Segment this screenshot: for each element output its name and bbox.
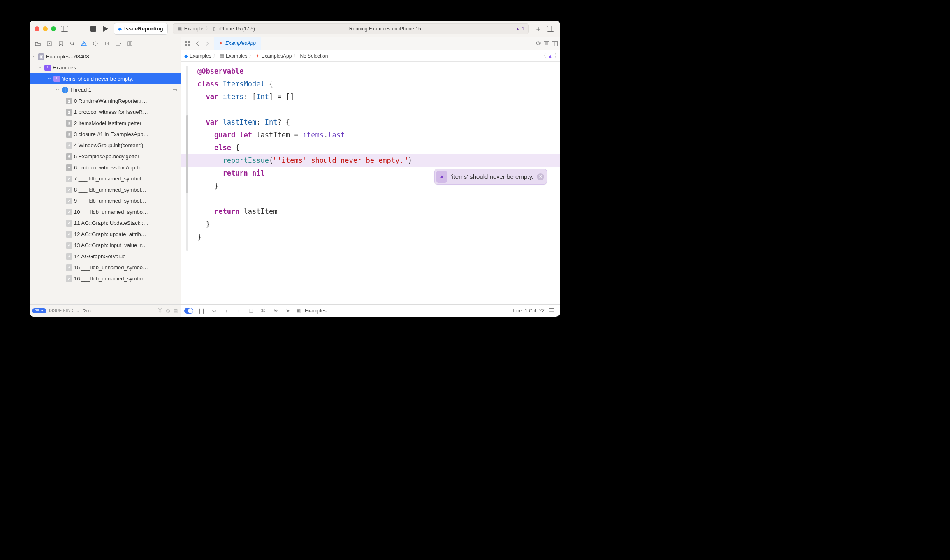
toggle-navigator-button[interactable]: [59, 23, 70, 34]
step-over-icon[interactable]: ⤻: [210, 308, 218, 314]
debug-target-label: Examples: [305, 308, 327, 314]
stack-frame-row[interactable]: 12 AG::Graph::update_attrib…: [30, 229, 181, 240]
inline-issue-text: 'items' should never be empty.: [451, 170, 533, 183]
report-navigator-icon[interactable]: [124, 39, 136, 49]
stack-frame-row[interactable]: 1 protocol witness for IssueR…: [30, 106, 181, 118]
stack-frame-row[interactable]: 15 ___lldb_unnamed_symbo…: [30, 262, 181, 273]
related-items-icon[interactable]: [183, 39, 192, 49]
zoom-window-button[interactable]: [51, 26, 56, 31]
recent-filter-icon[interactable]: ◷: [166, 308, 170, 314]
warning-count: 1: [521, 26, 524, 32]
project-navigator-icon[interactable]: [32, 39, 44, 49]
code-token: }: [197, 233, 202, 241]
prev-issue-icon[interactable]: 〈: [541, 52, 546, 59]
issue-navigator-icon[interactable]: [78, 39, 90, 49]
code-token: guard let: [197, 131, 256, 139]
thread-icon: ⎮: [62, 87, 68, 93]
code-token: items: [303, 131, 324, 139]
svg-rect-2: [90, 26, 96, 32]
editor-tab-bar: ✦ ExamplesApp ⟳: [181, 37, 560, 50]
toggle-inspector-button[interactable]: [545, 23, 556, 34]
cursor-position: Line: 1 Col: 22: [513, 308, 545, 314]
stack-frame-row[interactable]: 13 AG::Graph::input_value_r…: [30, 240, 181, 251]
memory-graph-icon[interactable]: ⌘: [259, 308, 267, 314]
group-row[interactable]: ﹀! Examples: [30, 62, 181, 73]
code-token: return nil: [197, 169, 265, 177]
editor-tab[interactable]: ✦ ExamplesApp: [214, 37, 261, 50]
forward-button[interactable]: [202, 39, 212, 49]
adjust-editor-icon[interactable]: [544, 41, 549, 46]
system-frame-icon: [66, 198, 72, 204]
warnings-indicator[interactable]: ▲ 1: [515, 26, 524, 32]
stack-frame-row[interactable]: 7 ___lldb_unnamed_symbol…: [30, 173, 181, 184]
group-label: Examples: [53, 65, 181, 71]
clear-filter-icon[interactable]: ⓧ: [158, 307, 162, 314]
stack-frame-label: 10 ___lldb_unnamed_symbo…: [74, 209, 181, 215]
svg-point-30: [68, 155, 70, 157]
source-control-navigator-icon[interactable]: [44, 39, 55, 49]
refresh-icon[interactable]: ⟳: [536, 39, 541, 47]
breakpoint-navigator-icon[interactable]: [113, 39, 124, 49]
toggle-debug-area-icon[interactable]: [549, 308, 557, 313]
step-into-icon[interactable]: ↓: [222, 308, 230, 314]
filter-menu-button[interactable]: ▾: [32, 308, 46, 313]
project-icon: ◆: [184, 53, 188, 59]
scope-filter-icon[interactable]: ▤: [173, 308, 178, 314]
stack-frame-row[interactable]: 10 ___lldb_unnamed_symbo…: [30, 206, 181, 218]
step-out-icon[interactable]: ↑: [234, 308, 243, 314]
find-navigator-icon[interactable]: [67, 39, 78, 49]
debug-navigator-icon[interactable]: [101, 39, 113, 49]
stack-frame-row[interactable]: 2 ItemsModel.lastItem.getter: [30, 118, 181, 129]
stack-frame-row[interactable]: 16 ___lldb_unnamed_symbo…: [30, 273, 181, 284]
close-icon[interactable]: ✕: [537, 173, 544, 180]
view-debug-icon[interactable]: ❏: [247, 308, 255, 314]
process-label: Examples - 68408: [46, 53, 181, 60]
stack-frame-row[interactable]: 8 ___lldb_unnamed_symbol…: [30, 184, 181, 195]
code-token: lastItem: [222, 118, 256, 126]
code-token: }: [197, 182, 218, 190]
stack-frame-row[interactable]: 6 protocol witness for App.b…: [30, 162, 181, 173]
stack-frame-label: 16 ___lldb_unnamed_symbo…: [74, 275, 181, 282]
next-issue-icon[interactable]: 〉: [554, 52, 559, 59]
thread-row[interactable]: ﹀⎮ Thread 1 ▭: [30, 84, 181, 95]
code-token: (: [269, 156, 273, 164]
pause-icon[interactable]: ❚❚: [197, 308, 206, 314]
status-text: Running Examples on iPhone 15: [349, 26, 421, 32]
add-editor-icon[interactable]: [552, 41, 558, 46]
thread-detail-icon[interactable]: ▭: [172, 87, 177, 93]
location-icon[interactable]: ➤: [284, 308, 292, 314]
stop-button[interactable]: [88, 23, 99, 34]
stack-frame-row[interactable]: 11 AG::Graph::UpdateStack::…: [30, 218, 181, 229]
user-frame-icon: [66, 120, 72, 127]
issue-row[interactable]: ﹀! 'items' should never be empty.: [30, 73, 181, 84]
stack-frame-row[interactable]: 9 ___lldb_unnamed_symbol…: [30, 195, 181, 206]
system-frame-icon: [66, 220, 72, 227]
env-overrides-icon[interactable]: ☀: [271, 308, 280, 314]
filter-input[interactable]: [82, 307, 155, 315]
user-frame-icon: [66, 109, 72, 116]
jump-bar[interactable]: ◆ Examples〉 ▤ Examples〉 ✦ ExamplesApp〉 N…: [181, 50, 540, 62]
process-row[interactable]: ﹀▣ Examples - 68408: [30, 51, 181, 62]
close-window-button[interactable]: [35, 26, 39, 31]
scheme-selector[interactable]: ◆ IssueReporting: [114, 23, 168, 35]
bookmark-navigator-icon[interactable]: [55, 39, 67, 49]
code-token: var: [197, 93, 222, 101]
test-navigator-icon[interactable]: [90, 39, 101, 49]
source-editor[interactable]: @Observable class ItemsModel { var items…: [181, 62, 560, 304]
tab-file-name: ExamplesApp: [225, 40, 256, 46]
back-button[interactable]: [192, 39, 202, 49]
code-token: Int: [265, 118, 278, 126]
code-token: Int: [256, 93, 269, 101]
breakpoints-toggle[interactable]: [184, 308, 193, 314]
stack-frame-row[interactable]: 14 AGGraphGetValue: [30, 251, 181, 262]
stack-frame-row[interactable]: 5 ExamplesApp.body.getter: [30, 151, 181, 162]
inline-issue-annotation[interactable]: ▲ 'items' should never be empty. ✕: [434, 169, 547, 185]
stack-frame-row[interactable]: 0 RuntimeWarningReporter.r…: [30, 95, 181, 106]
run-button[interactable]: [100, 23, 111, 34]
minimize-window-button[interactable]: [43, 26, 48, 31]
library-button[interactable]: ＋: [533, 23, 544, 34]
stack-frame-row[interactable]: 3 closure #1 in ExamplesApp…: [30, 129, 181, 140]
stack-frame-label: 3 closure #1 in ExamplesApp…: [74, 131, 181, 137]
stack-frame-row[interactable]: 4 WindowGroup.init(content:): [30, 140, 181, 151]
issue-label: 'items' should never be empty.: [62, 76, 181, 82]
